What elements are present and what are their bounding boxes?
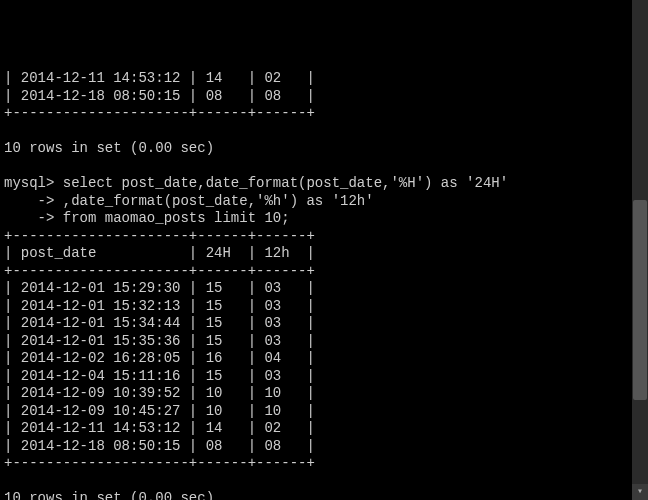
scrollbar-track[interactable]: ▾ xyxy=(632,0,648,500)
scrollbar-down-arrow[interactable]: ▾ xyxy=(632,484,648,500)
terminal-output[interactable]: | 2014-12-11 14:53:12 | 14 | 02 | | 2014… xyxy=(0,70,648,500)
scrollbar-thumb[interactable] xyxy=(633,200,647,400)
